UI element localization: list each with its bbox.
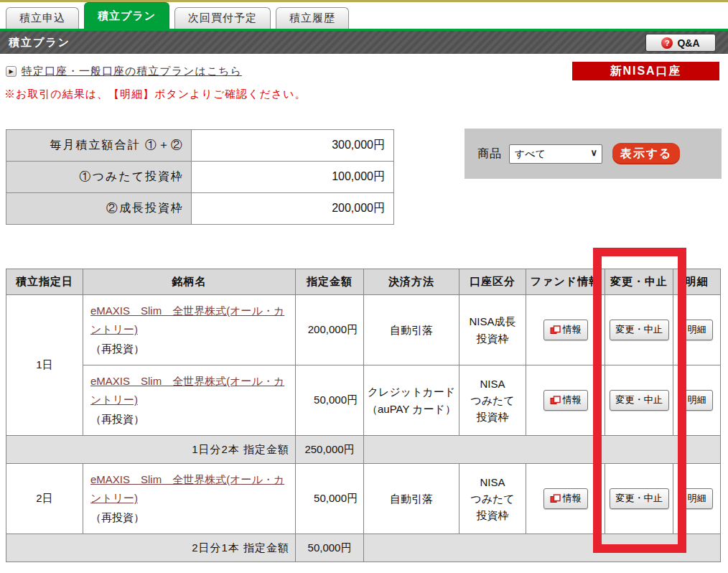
account-cell: NISA成長 投資枠 [459,295,526,365]
fund-info-cell: 情報 [526,464,605,534]
fund-note: （再投資） [90,340,288,358]
change-cell: 変更・中止 [605,295,673,365]
change-cancel-button[interactable]: 変更・中止 [610,390,669,410]
summary-row-seichou: ②成長投資枠 200,000円 [6,193,394,225]
summary-row-tsumitate: ①つみたて投資枠 100,000円 [6,162,394,193]
account-line: つみたて [459,392,526,409]
fund-cell: eMAXIS Slim 全世界株式(オール・カントリー) （再投資） [83,295,296,365]
page-title: 積立プラン [9,36,70,50]
product-select[interactable]: すべて [509,144,602,164]
account-line: つみたて [459,490,526,507]
windows-icon [550,325,561,335]
new-nisa-banner-button[interactable]: 新NISA口座 [572,62,719,80]
summary-value: 100,000円 [192,162,394,193]
account-line: NISA [459,376,526,392]
day-cell: 2日 [6,464,83,534]
subtotal-row: 1日分2本 指定金額 250,000円 [6,436,721,464]
col-header-fund: 銘柄名 [83,269,296,295]
section-header-bar: 積立プラン ? Q&A [0,31,728,54]
info-button[interactable]: 情報 [543,488,588,508]
new-nisa-banner-label: 新NISA口座 [610,64,681,79]
method-line: クレジットカード [364,383,459,400]
info-button[interactable]: 情報 [543,390,588,410]
account-cell: NISA つみたて 投資枠 [459,365,526,436]
show-button[interactable]: 表示する [612,143,680,164]
fund-cell: eMAXIS Slim 全世界株式(オール・カントリー) （再投資） [83,464,296,534]
table-row: 1日 eMAXIS Slim 全世界株式(オール・カントリー) （再投資） 20… [6,295,721,365]
product-select-wrap: すべて ∨ [509,144,602,164]
method-cell: 自動引落 [364,295,459,365]
subtotal-empty-cell [364,436,721,464]
day-cell: 1日 [6,295,83,436]
method-line: （auPAY カード） [364,401,459,417]
summary-row-total: 毎月積立額合計 ①＋② 300,000円 [6,130,394,162]
subtotal-label: 2日分1本 指定金額 [6,534,296,562]
qa-button[interactable]: ? Q&A [645,34,716,52]
detail-cell: 明細 [673,365,721,436]
fund-info-cell: 情報 [526,295,605,365]
amount-cell: 200,000円 [296,295,364,365]
amount-cell: 50,000円 [296,464,364,534]
fund-info-cell: 情報 [526,365,605,436]
account-plan-link-row: ▶ 特定口座・一般口座の積立プランはこちら [6,65,242,78]
account-line: 投資枠 [459,507,526,523]
info-button-label: 情報 [563,393,582,407]
detail-button[interactable]: 明細 [681,488,713,508]
col-header-method: 決済方法 [364,269,459,295]
tab-tsumitate-plan[interactable]: 積立プラン [84,2,169,29]
windows-icon [550,396,561,405]
plan-table: 積立指定日 銘柄名 指定金額 決済方法 口座区分 ファンド情報 変更・中止 明細… [6,269,721,562]
change-cancel-button[interactable]: 変更・中止 [610,488,669,508]
info-button-label: 情報 [563,322,582,337]
col-header-detail: 明細 [673,269,721,295]
plan-table-header-row: 積立指定日 銘柄名 指定金額 決済方法 口座区分 ファンド情報 変更・中止 明細 [6,269,721,295]
tokutei-ippan-plan-link[interactable]: 特定口座・一般口座の積立プランはこちら [22,65,242,78]
info-button[interactable]: 情報 [543,320,588,340]
info-button-label: 情報 [563,491,582,506]
fund-link[interactable]: eMAXIS Slim 全世界株式(オール・カントリー) [90,304,284,335]
amount-cell: 50,000円 [296,365,364,436]
account-line: NISA成長 [459,313,526,330]
subtotal-label: 1日分2本 指定金額 [6,436,296,464]
page: 積立申込 積立プラン 次回買付予定 積立履歴 積立プラン ? Q&A ▶ 特定口… [0,0,728,573]
method-cell: クレジットカード （auPAY カード） [364,365,459,436]
fund-note: （再投資） [90,508,288,527]
table-row: 2日 eMAXIS Slim 全世界株式(オール・カントリー) （再投資） 50… [6,464,721,534]
summary-label: ①つみたて投資枠 [6,162,192,193]
fund-link[interactable]: eMAXIS Slim 全世界株式(オール・カントリー) [90,473,284,504]
subtotal-empty-cell [364,534,721,562]
tab-tsumitate-moushikomi[interactable]: 積立申込 [6,7,79,29]
detail-cell: 明細 [673,464,721,534]
col-header-day: 積立指定日 [6,269,83,295]
account-cell: NISA つみたて 投資枠 [459,464,526,534]
col-header-amount: 指定金額 [296,269,364,295]
arrow-right-icon: ▶ [6,66,17,77]
col-header-fund-info: ファンド情報 [526,269,605,295]
account-line: NISA [459,474,526,490]
subtotal-row: 2日分1本 指定金額 50,000円 [6,534,721,562]
col-header-change: 変更・中止 [605,269,673,295]
summary-value: 300,000円 [192,130,394,162]
question-icon: ? [661,37,673,49]
summary-label: ②成長投資枠 [6,193,192,225]
summary-label: 毎月積立額合計 ①＋② [6,130,192,162]
fund-link[interactable]: eMAXIS Slim 全世界株式(オール・カントリー) [90,375,284,406]
change-cancel-button[interactable]: 変更・中止 [610,320,669,340]
product-filter-panel: 商品 すべて ∨ 表示する [465,129,722,179]
detail-button[interactable]: 明細 [681,320,713,340]
subtotal-amount: 250,000円 [296,436,364,464]
fund-note: （再投資） [90,410,288,429]
account-line: 投資枠 [459,409,526,425]
tab-jikai-kaitsuke[interactable]: 次回買付予定 [174,7,271,29]
subtotal-amount: 50,000円 [296,534,364,562]
transaction-notice: ※お取引の結果は、【明細】ボタンよりご確認ください。 [4,88,307,101]
windows-icon [550,494,561,503]
change-cell: 変更・中止 [605,464,673,534]
method-line: 自動引落 [364,322,459,338]
detail-button[interactable]: 明細 [681,390,713,410]
account-line: 投資枠 [459,330,526,347]
table-row: eMAXIS Slim 全世界株式(オール・カントリー) （再投資） 50,00… [6,365,721,436]
fund-cell: eMAXIS Slim 全世界株式(オール・カントリー) （再投資） [83,365,296,436]
tab-tsumitate-rireki[interactable]: 積立履歴 [276,7,349,29]
method-line: 自動引落 [364,490,459,507]
